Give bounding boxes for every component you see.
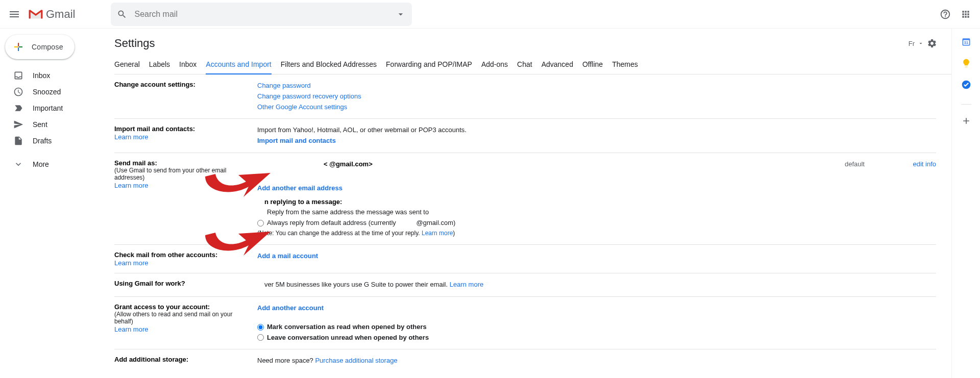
tasks-icon[interactable] <box>961 80 971 90</box>
gmail-logo-icon <box>29 9 43 20</box>
header-right-tools <box>939 8 972 20</box>
add-mail-account-link[interactable]: Add a mail account <box>257 251 318 262</box>
section-change-account: Change account settings: Change password… <box>114 74 936 119</box>
grant-option-leave-unread[interactable]: Leave conversation unread when opened by… <box>257 333 936 343</box>
inbox-icon <box>13 70 23 81</box>
sendas-identity: < @gmail.com> <box>257 159 819 170</box>
tab-themes[interactable]: Themes <box>612 57 638 74</box>
radio-reply-default[interactable] <box>257 220 264 226</box>
sendas-learn-more-link[interactable]: Learn more <box>114 182 148 189</box>
grant-title: Grant access to your account: <box>114 303 251 311</box>
sendas-reply-option-default[interactable]: Always reply from default address (curre… <box>257 218 936 229</box>
section-storage: Add additional storage: Need more space?… <box>114 349 936 372</box>
radio-mark-read[interactable] <box>257 324 264 331</box>
import-title: Import mail and contacts: <box>114 125 251 133</box>
add-another-email-link[interactable]: Add another email address <box>257 183 342 194</box>
important-icon <box>13 103 23 113</box>
import-description: Import from Yahoo!, Hotmail, AOL, or oth… <box>257 125 936 136</box>
section-import: Import mail and contacts: Learn more Imp… <box>114 119 936 153</box>
sidebar-item-drafts[interactable]: Drafts <box>0 133 106 149</box>
input-tools-label[interactable]: Fr <box>909 40 915 47</box>
sendas-edit-info-link[interactable]: edit info <box>913 160 936 168</box>
settings-tabs: General Labels Inbox Accounts and Import… <box>114 57 951 74</box>
tab-general[interactable]: General <box>114 57 140 74</box>
grant-learn-more-link[interactable]: Learn more <box>114 325 148 333</box>
expand-more-icon <box>13 159 23 169</box>
left-sidebar: Compose Inbox Snoozed Important Sent Dra… <box>0 29 106 378</box>
support-icon[interactable] <box>939 8 951 20</box>
sidebar-item-important[interactable]: Important <box>0 100 106 116</box>
tab-inbox[interactable]: Inbox <box>179 57 197 74</box>
check-mail-title: Check mail from other accounts: <box>114 251 251 259</box>
change-recovery-link[interactable]: Change password recovery options <box>257 92 361 100</box>
svg-rect-0 <box>29 10 31 18</box>
search-input[interactable] <box>134 10 391 19</box>
grant-subtitle: (Allow others to read and send mail on y… <box>114 311 251 325</box>
sidebar-item-inbox[interactable]: Inbox <box>0 67 106 84</box>
change-account-title: Change account settings: <box>114 81 251 88</box>
add-addon-icon[interactable] <box>961 116 971 126</box>
drafts-icon <box>13 136 23 146</box>
other-google-link[interactable]: Other Google Account settings <box>257 103 347 111</box>
radio-leave-unread[interactable] <box>257 334 264 341</box>
tab-filters[interactable]: Filters and Blocked Addresses <box>281 57 377 74</box>
change-password-link[interactable]: Change password <box>257 82 311 89</box>
settings-main: Settings Fr General Labels Inbox Account… <box>106 29 951 378</box>
storage-title: Add additional storage: <box>114 356 251 363</box>
input-tools-dropdown-icon[interactable] <box>918 40 924 46</box>
work-title: Using Gmail for work? <box>114 280 251 287</box>
section-check-mail: Check mail from other accounts: Learn mo… <box>114 245 936 273</box>
gmail-logo[interactable]: Gmail <box>29 8 75 21</box>
search-bar[interactable] <box>111 3 412 26</box>
hamburger-menu-icon[interactable] <box>8 8 20 20</box>
search-icon <box>117 9 127 19</box>
keep-icon[interactable] <box>961 58 971 68</box>
check-mail-learn-more-link[interactable]: Learn more <box>114 259 148 267</box>
work-learn-more-link[interactable]: Learn more <box>450 281 483 288</box>
purchase-storage-link[interactable]: Purchase additional storage <box>315 357 397 364</box>
add-another-account-link[interactable]: Add another account <box>257 303 324 314</box>
svg-rect-1 <box>41 10 42 18</box>
sidebar-item-more[interactable]: More <box>0 156 106 172</box>
tab-labels[interactable]: Labels <box>149 57 170 74</box>
tab-addons[interactable]: Add-ons <box>481 57 508 74</box>
sendas-note-learn-more-link[interactable]: Learn more <box>422 230 453 237</box>
tab-offline[interactable]: Offline <box>582 57 603 74</box>
sendas-title: Send mail as: <box>114 159 251 167</box>
import-learn-more-link[interactable]: Learn more <box>114 133 148 141</box>
tab-forwarding[interactable]: Forwarding and POP/IMAP <box>386 57 472 74</box>
calendar-icon[interactable]: 31 <box>961 37 971 47</box>
import-mail-contacts-link[interactable]: Import mail and contacts <box>257 136 336 146</box>
apps-grid-icon[interactable] <box>960 8 972 20</box>
storage-description: Need more space? <box>257 357 315 364</box>
sendas-subtitle: (Use Gmail to send from your other email… <box>114 167 251 181</box>
section-grant-access: Grant access to your account: (Allow oth… <box>114 297 936 349</box>
section-gmail-work: Using Gmail for work? ver 5M businesses … <box>114 273 936 297</box>
work-description: ver 5M businesses like yours use G Suite… <box>257 281 450 288</box>
tab-accounts-import[interactable]: Accounts and Import <box>206 57 271 74</box>
sendas-reply-heading: n replying to a message: <box>257 197 936 208</box>
sendas-default-label: default <box>819 159 865 170</box>
sendas-note: (Note: You can change the address at the… <box>257 229 936 238</box>
section-send-mail-as: Send mail as: (Use Gmail to send from yo… <box>114 153 936 245</box>
page-title: Settings <box>114 37 909 50</box>
svg-text:31: 31 <box>964 40 968 45</box>
search-options-dropdown-icon[interactable] <box>396 9 406 19</box>
compose-label: Compose <box>32 43 63 51</box>
grant-option-mark-read[interactable]: Mark conversation as read when opened by… <box>257 322 936 333</box>
gmail-logo-text: Gmail <box>46 8 75 21</box>
right-side-panel: 31 <box>951 29 980 378</box>
compose-plus-icon <box>12 41 24 53</box>
snoozed-icon <box>13 87 23 97</box>
sidebar-item-snoozed[interactable]: Snoozed <box>0 84 106 100</box>
settings-gear-icon[interactable] <box>927 38 937 48</box>
tab-chat[interactable]: Chat <box>517 57 532 74</box>
sendas-reply-option-same[interactable]: Reply from the same address the message … <box>257 207 936 218</box>
app-header: Gmail <box>0 0 980 29</box>
sent-icon <box>13 119 23 130</box>
tab-advanced[interactable]: Advanced <box>542 57 573 74</box>
sidebar-item-sent[interactable]: Sent <box>0 116 106 133</box>
compose-button[interactable]: Compose <box>5 35 75 59</box>
